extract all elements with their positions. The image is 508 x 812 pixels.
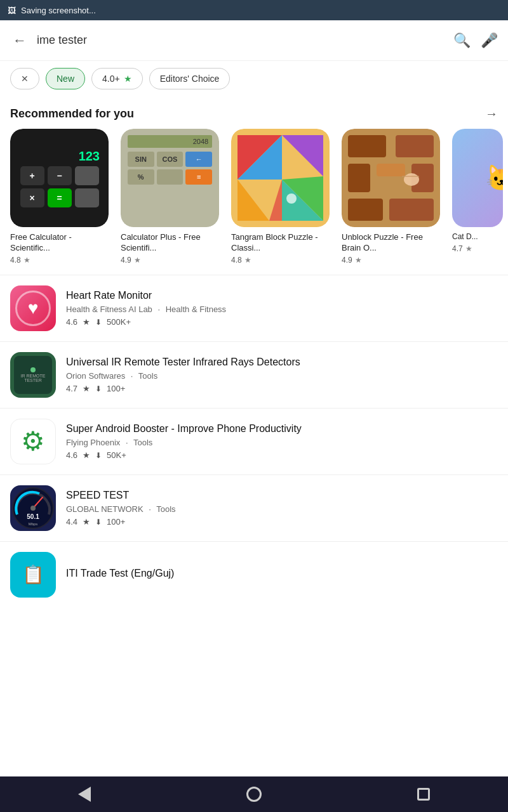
recommended-arrow[interactable]: → bbox=[485, 107, 498, 121]
nav-recent-button[interactable] bbox=[404, 782, 443, 807]
svg-rect-10 bbox=[348, 135, 386, 157]
ir-download-icon: ⬇ bbox=[95, 384, 102, 393]
tangram-icon bbox=[231, 129, 330, 227]
star-icon: ★ bbox=[244, 256, 251, 265]
booster-rating: 4.6 bbox=[66, 450, 77, 460]
svg-point-17 bbox=[404, 173, 419, 186]
app-rating-unblock: 4.9 ★ bbox=[342, 256, 362, 265]
list-item-hrm[interactable]: ♥ Heart Rate Monitor Health & Fitness AI… bbox=[0, 275, 508, 341]
booster-icon: ⚙ bbox=[10, 419, 56, 464]
ir-rating-row: 4.7 ★ ⬇ 100+ bbox=[66, 384, 498, 393]
hrm-app-name: Heart Rate Monitor bbox=[66, 289, 498, 303]
speed-rating-row: 4.4 ★ ⬇ 100+ bbox=[66, 517, 498, 527]
chip-clear[interactable]: ✕ bbox=[10, 68, 39, 89]
list-item-ir[interactable]: IR REMOTETESTER Universal IR Remote Test… bbox=[0, 342, 508, 408]
svg-point-8 bbox=[286, 193, 297, 204]
svg-rect-15 bbox=[348, 199, 383, 221]
hrm-heart-icon: ♥ bbox=[28, 298, 39, 318]
hrm-rating: 4.6 bbox=[66, 317, 77, 327]
app-name-calc-plus: Calculator Plus - Free Scientifi... bbox=[121, 232, 219, 254]
ir-icon: IR REMOTETESTER bbox=[10, 352, 56, 398]
app-card-unblock[interactable]: Unblock Puzzle - Free Brain O... 4.9 ★ bbox=[342, 129, 443, 265]
app-rating-tangram: 4.8 ★ bbox=[231, 256, 251, 265]
svg-point-21 bbox=[30, 506, 36, 511]
app-card-cat[interactable]: 🐱 Cat D... 4.7 ★ bbox=[452, 129, 503, 265]
iti-app-name: ITI Trade Test (Eng/Guj) bbox=[66, 567, 498, 580]
nav-back-button[interactable] bbox=[65, 782, 104, 807]
iti-icon-letter: 📋 bbox=[22, 564, 44, 585]
hrm-category: Health & Fitness bbox=[166, 304, 226, 314]
search-icons: 🔍 🎤 bbox=[453, 32, 498, 49]
app-card-free-calc[interactable]: 123 + − × = Free Calculator - Scientific… bbox=[10, 129, 112, 265]
app-name-free-calc: Free Calculator - Scientific... bbox=[10, 232, 109, 254]
unblock-icon bbox=[342, 129, 440, 227]
status-text: Saving screenshot... bbox=[21, 6, 96, 15]
search-bar: ← 🔍 🎤 bbox=[0, 20, 508, 61]
bottom-nav bbox=[0, 776, 508, 812]
list-item-booster[interactable]: ⚙ Super Android Booster - Improve Phone … bbox=[0, 409, 508, 475]
app-card-calc-plus[interactable]: 2048 SIN COS ← % = Calculator Plus - Fre… bbox=[121, 129, 222, 265]
booster-app-name: Super Android Booster - Improve Phone Pr… bbox=[66, 422, 498, 436]
list-item-speed[interactable]: 50.1 Mbps SPEED TEST GLOBAL NETWORK · To… bbox=[0, 475, 508, 541]
apps-horizontal-list: 123 + − × = Free Calculator - Scientific… bbox=[0, 129, 508, 275]
speed-gauge: 50.1 Mbps bbox=[10, 485, 56, 531]
ir-star-icon: ★ bbox=[83, 384, 90, 393]
ir-inner: IR REMOTETESTER bbox=[14, 356, 52, 394]
chip-rating[interactable]: 4.0+ ★ bbox=[91, 68, 143, 89]
app-card-tangram[interactable]: Tangram Block Puzzle - Classi... 4.8 ★ bbox=[231, 129, 333, 265]
hrm-star-icon: ★ bbox=[83, 317, 90, 327]
main-content: Recommended for you → 123 + − × = bbox=[0, 96, 508, 776]
app-rating-free-calc: 4.8 ★ bbox=[10, 256, 30, 265]
hrm-rating-row: 4.6 ★ ⬇ 500K+ bbox=[66, 317, 498, 327]
booster-developer: Flying Phoenix bbox=[66, 438, 120, 447]
search-icon[interactable]: 🔍 bbox=[453, 32, 471, 49]
app-rating-cat: 4.7 ★ bbox=[452, 244, 472, 253]
speed-downloads: 100+ bbox=[107, 517, 125, 527]
ir-dot bbox=[30, 367, 36, 372]
booster-star-icon: ★ bbox=[83, 450, 90, 460]
search-input[interactable] bbox=[37, 34, 446, 47]
app-name-tangram: Tangram Block Puzzle - Classi... bbox=[231, 232, 330, 254]
star-icon: ★ bbox=[23, 256, 30, 265]
hrm-developer: Health & Fitness AI Lab bbox=[66, 304, 152, 314]
booster-meta: Flying Phoenix · Tools bbox=[66, 438, 498, 447]
star-icon: ★ bbox=[134, 256, 141, 265]
speed-rating: 4.4 bbox=[66, 517, 77, 527]
nav-home-button[interactable] bbox=[235, 782, 273, 807]
booster-downloads: 50K+ bbox=[107, 450, 126, 460]
chip-new-label: New bbox=[57, 74, 74, 84]
ir-downloads: 100+ bbox=[107, 384, 125, 393]
svg-text:50.1: 50.1 bbox=[27, 513, 39, 520]
speed-developer: GLOBAL NETWORK bbox=[66, 504, 144, 514]
star-icon: ★ bbox=[355, 256, 362, 265]
chip-editors[interactable]: Editors' Choice bbox=[149, 68, 231, 89]
booster-gear-icon: ⚙ bbox=[21, 426, 45, 457]
svg-rect-12 bbox=[348, 164, 370, 192]
svg-rect-16 bbox=[389, 199, 434, 221]
star-icon: ★ bbox=[465, 244, 472, 253]
speed-icon: 50.1 Mbps bbox=[10, 485, 56, 531]
app-name-cat: Cat D... bbox=[452, 232, 503, 242]
clear-icon: ✕ bbox=[21, 74, 29, 84]
iti-icon: 📋 bbox=[10, 552, 56, 598]
speed-category: Tools bbox=[156, 504, 175, 514]
hrm-info: Heart Rate Monitor Health & Fitness AI L… bbox=[66, 289, 498, 327]
chip-rating-star: ★ bbox=[124, 74, 132, 84]
nav-home-icon bbox=[246, 787, 262, 802]
list-item-iti[interactable]: 📋 ITI Trade Test (Eng/Guj) bbox=[0, 542, 508, 608]
hrm-downloads: 500K+ bbox=[107, 317, 131, 327]
speed-gauge-svg: 50.1 Mbps bbox=[11, 486, 55, 530]
chip-rating-label: 4.0+ bbox=[102, 74, 120, 84]
booster-category: Tools bbox=[133, 438, 152, 447]
mic-icon[interactable]: 🎤 bbox=[481, 32, 498, 49]
recommended-header: Recommended for you → bbox=[0, 96, 508, 129]
ir-rating: 4.7 bbox=[66, 384, 77, 393]
status-bar: 🖼 Saving screenshot... bbox=[0, 0, 508, 20]
back-button[interactable]: ← bbox=[10, 30, 29, 51]
speed-star-icon: ★ bbox=[83, 517, 90, 527]
chip-new[interactable]: New bbox=[46, 68, 85, 89]
ir-meta: Orion Softwares · Tools bbox=[66, 371, 498, 381]
app-name-unblock: Unblock Puzzle - Free Brain O... bbox=[342, 232, 440, 254]
svg-text:Mbps: Mbps bbox=[29, 522, 38, 526]
nav-back-icon bbox=[78, 787, 91, 802]
